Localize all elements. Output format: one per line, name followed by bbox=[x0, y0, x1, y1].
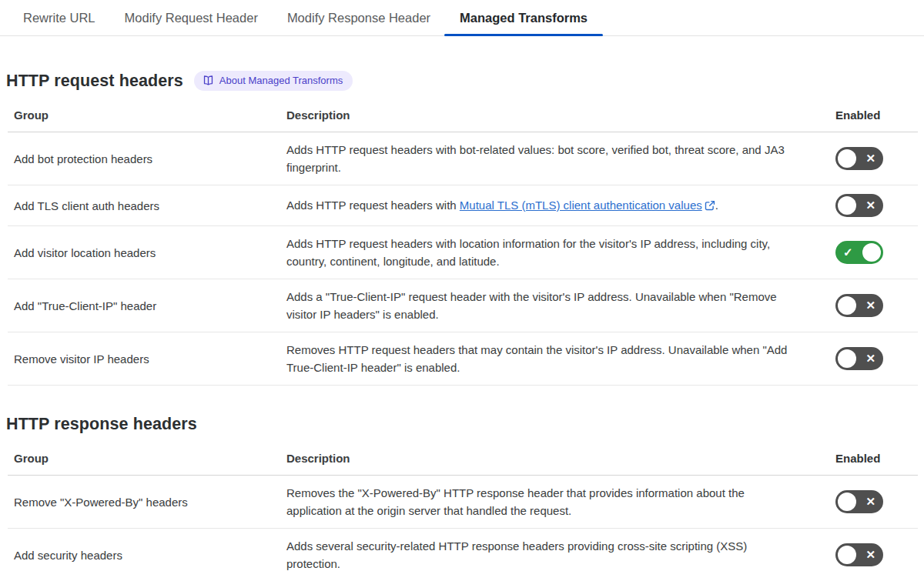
response-headers-table: Group Description Enabled Remove "X-Powe… bbox=[8, 445, 918, 571]
response-section-title: HTTP response headers bbox=[6, 415, 197, 434]
toggle-knob bbox=[838, 296, 856, 315]
row-description: Adds several security-related HTTP respo… bbox=[286, 529, 828, 571]
table-row-remove-x-powered-by: Remove "X-Powered-By" headers Removes th… bbox=[8, 476, 918, 529]
row-description: Adds HTTP request headers with bot-relat… bbox=[286, 132, 828, 185]
tab-managed-transforms[interactable]: Managed Transforms bbox=[460, 0, 588, 35]
toggle-add-tls-client-auth-headers[interactable]: ✕ bbox=[835, 194, 883, 217]
toggle-knob bbox=[838, 546, 856, 564]
toggle-add-bot-protection-headers[interactable]: ✕ bbox=[835, 147, 883, 170]
toggle-knob bbox=[838, 349, 856, 368]
tab-modify-request-header[interactable]: Modify Request Header bbox=[125, 0, 258, 35]
row-description: Removes the "X-Powered-By" HTTP response… bbox=[286, 476, 828, 528]
check-icon: ✓ bbox=[843, 246, 853, 258]
table-row-visitor-location: Add visitor location headers Adds HTTP r… bbox=[8, 226, 918, 279]
row-description: Adds HTTP request headers with location … bbox=[286, 226, 828, 279]
mtls-docs-link[interactable]: Mutual TLS (mTLS) client authentication … bbox=[460, 199, 702, 212]
table-row-remove-visitor-ip: Remove visitor IP headers Removes HTTP r… bbox=[8, 332, 918, 386]
about-managed-transforms-badge[interactable]: About Managed Transforms bbox=[194, 71, 353, 91]
row-group-label: Add TLS client auth headers bbox=[8, 189, 286, 223]
request-headers-table: Group Description Enabled Add bot protec… bbox=[8, 102, 918, 386]
x-icon: ✕ bbox=[865, 549, 875, 560]
col-header-enabled: Enabled bbox=[828, 445, 918, 475]
row-group-label: Add bot protection headers bbox=[8, 142, 286, 176]
tab-rewrite-url[interactable]: Rewrite URL bbox=[23, 0, 95, 35]
table-header-row: Group Description Enabled bbox=[8, 102, 918, 132]
tab-modify-response-header[interactable]: Modify Response Header bbox=[287, 0, 430, 35]
row-description: Adds HTTP request headers with Mutual TL… bbox=[286, 188, 828, 224]
desc-text: Adds HTTP request headers with bbox=[286, 199, 460, 212]
toggle-knob bbox=[838, 493, 856, 511]
col-header-enabled: Enabled bbox=[828, 102, 918, 132]
col-header-group: Group bbox=[8, 102, 286, 132]
row-group-label: Add "True-Client-IP" header bbox=[8, 289, 286, 323]
row-group-label: Add visitor location headers bbox=[8, 235, 286, 270]
toggle-add-security-headers[interactable]: ✕ bbox=[835, 543, 883, 566]
transform-rules-tabbar: Rewrite URL Modify Request Header Modify… bbox=[0, 0, 924, 36]
col-header-description: Description bbox=[286, 445, 828, 475]
toggle-add-true-client-ip-header[interactable]: ✕ bbox=[835, 294, 883, 317]
table-header-row: Group Description Enabled bbox=[8, 445, 918, 476]
toggle-remove-x-powered-by-headers[interactable]: ✕ bbox=[835, 490, 883, 513]
row-description: Removes HTTP request headers that may co… bbox=[286, 332, 828, 385]
row-group-label: Remove "X-Powered-By" headers bbox=[8, 485, 286, 519]
row-group-label: Remove visitor IP headers bbox=[8, 342, 286, 376]
x-icon: ✕ bbox=[865, 199, 875, 211]
table-row-bot-protection: Add bot protection headers Adds HTTP req… bbox=[8, 132, 918, 185]
x-icon: ✕ bbox=[865, 496, 875, 507]
request-section-title: HTTP request headers bbox=[6, 72, 183, 91]
toggle-add-visitor-location-headers[interactable]: ✓ bbox=[835, 241, 883, 264]
col-header-description: Description bbox=[286, 102, 828, 132]
badge-label: About Managed Transforms bbox=[219, 75, 343, 85]
response-section-header: HTTP response headers bbox=[6, 415, 924, 434]
x-icon: ✕ bbox=[865, 352, 875, 364]
table-row-true-client-ip: Add "True-Client-IP" header Adds a "True… bbox=[8, 279, 918, 332]
table-row-tls-client-auth: Add TLS client auth headers Adds HTTP re… bbox=[8, 185, 918, 226]
x-icon: ✕ bbox=[865, 152, 875, 164]
table-row-add-security-headers: Add security headers Adds several securi… bbox=[8, 529, 918, 571]
toggle-knob bbox=[862, 243, 881, 262]
book-icon bbox=[203, 75, 214, 86]
row-description: Adds a "True-Client-IP" request header w… bbox=[286, 279, 828, 332]
toggle-remove-visitor-ip-headers[interactable]: ✕ bbox=[835, 347, 883, 370]
x-icon: ✕ bbox=[865, 299, 875, 311]
external-link-icon bbox=[705, 198, 715, 215]
toggle-knob bbox=[838, 196, 856, 215]
row-group-label: Add security headers bbox=[8, 538, 286, 571]
request-section-header: HTTP request headers About Managed Trans… bbox=[6, 71, 924, 91]
toggle-knob bbox=[838, 149, 856, 168]
col-header-group: Group bbox=[8, 445, 286, 475]
desc-text: . bbox=[715, 199, 718, 212]
